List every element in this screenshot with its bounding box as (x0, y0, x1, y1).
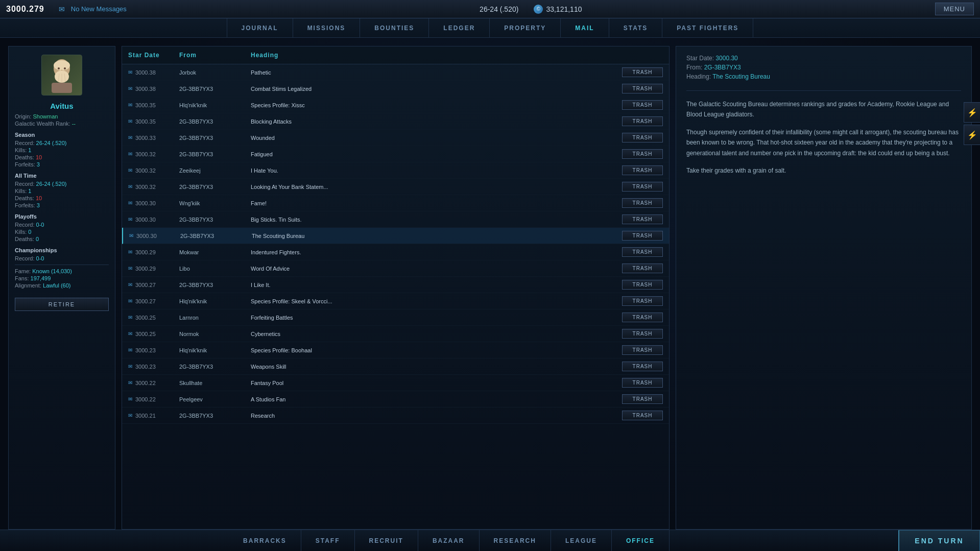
mail-row-date: ✉ 3000.23 (128, 364, 179, 370)
trash-button[interactable]: TRASH (622, 362, 663, 371)
mail-envelope-icon: ✉ (128, 331, 132, 337)
mail-date-value: 3000.32 (135, 167, 156, 174)
top-bar-left: 3000.279 ✉ No New Messages (6, 5, 127, 14)
bottom-nav-recruit[interactable]: RECRUIT (355, 530, 418, 552)
mail-row[interactable]: ✉ 3000.22 Peelgeev A Studios Fan TRASH (122, 391, 669, 408)
nav-stats[interactable]: STATS (609, 18, 663, 38)
nav-property[interactable]: PROPERTY (490, 18, 561, 38)
mail-row-date: ✉ 3000.32 (128, 167, 179, 174)
trash-button[interactable]: TRASH (622, 394, 663, 404)
nav-past-fighters[interactable]: PAST FIGHTERS (662, 18, 753, 38)
mail-envelope-icon: ✉ (128, 413, 132, 418)
mail-row[interactable]: ✉ 3000.21 2G-3BB7YX3 Research TRASH (122, 408, 669, 424)
mail-date-value: 3000.30 (136, 233, 157, 239)
mail-row-date: ✉ 3000.27 (128, 282, 179, 288)
mail-row[interactable]: ✉ 3000.32 Zeeikeej I Hate You. TRASH (122, 162, 669, 179)
star-date-display: 3000.279 (6, 5, 44, 14)
mail-row[interactable]: ✉ 3000.25 Larnron Forfeiting Battles TRA… (122, 309, 669, 326)
trash-button[interactable]: TRASH (622, 329, 663, 339)
trash-button[interactable]: TRASH (622, 313, 663, 322)
bottom-nav-research[interactable]: RESEARCH (480, 530, 551, 552)
mail-row[interactable]: ✉ 3000.30 Wng'kiik Fame! TRASH (122, 195, 669, 211)
edge-btn-2[interactable]: ⚡ (964, 125, 980, 145)
mail-date-value: 3000.23 (135, 364, 156, 370)
col-actions (622, 52, 663, 59)
mail-body: The Galactic Scouting Bureau determines … (686, 99, 961, 176)
mail-row[interactable]: ✉ 3000.27 2G-3BB7YX3 I Like It. TRASH (122, 277, 669, 293)
bottom-nav-bazaar[interactable]: BAZAAR (418, 530, 480, 552)
nav-bounties[interactable]: BOUNTIES (360, 18, 429, 38)
mail-row-from: 2G-3BB7YX3 (179, 413, 251, 419)
trash-button[interactable]: TRASH (622, 165, 663, 175)
trash-button[interactable]: TRASH (622, 345, 663, 355)
season-kills: Kills: 1 (15, 147, 109, 153)
trash-button[interactable]: TRASH (622, 67, 663, 77)
bottom-nav-office[interactable]: OFFICE (612, 530, 670, 552)
mail-row[interactable]: ✉ 3000.38 2G-3BB7YX3 Combat Stims Legali… (122, 81, 669, 97)
nav-ledger[interactable]: LEDGER (429, 18, 490, 38)
trash-button[interactable]: TRASH (622, 214, 663, 224)
retire-button[interactable]: RETIRE (15, 298, 109, 311)
mail-row[interactable]: ✉ 3000.29 Libo Word Of Advice TRASH (122, 260, 669, 277)
mail-row-from: Hlq'nik'knik (179, 347, 251, 353)
trash-button[interactable]: TRASH (622, 247, 663, 257)
mail-row[interactable]: ✉ 3000.30 2G-3BB7YX3 Big Sticks. Tin Sui… (122, 211, 669, 228)
menu-button[interactable]: MENU (935, 3, 974, 15)
mail-row[interactable]: ✉ 3000.35 2G-3BB7YX3 Blocking Attacks TR… (122, 113, 669, 130)
mail-meta-from: From: 2G-3BB7YX3 (686, 64, 961, 71)
mail-date-value: 3000.38 (135, 69, 156, 76)
bottom-nav-league[interactable]: LEAGUE (551, 530, 612, 552)
mail-row-subject: Species Profile: Boohaal (251, 347, 622, 353)
mail-row[interactable]: ✉ 3000.35 Hlq'nik'knik Species Profile: … (122, 97, 669, 113)
mail-row[interactable]: ✉ 3000.38 Jorbok Pathetic TRASH (122, 64, 669, 81)
credits-icon: © (534, 5, 543, 14)
nav-missions[interactable]: MISSIONS (293, 18, 361, 38)
mail-row[interactable]: ✉ 3000.22 Skullhate Fantasy Pool TRASH (122, 375, 669, 391)
trash-button[interactable]: TRASH (622, 84, 663, 93)
alignment-stat: Alignment: Lawful (60) (15, 282, 109, 289)
fame-stat: Fame: Known (14,030) (15, 268, 109, 274)
trash-button[interactable]: TRASH (622, 296, 663, 306)
nav-journal[interactable]: JOURNAL (227, 18, 293, 38)
mail-envelope-icon: ✉ (128, 315, 132, 320)
mail-row[interactable]: ✉ 3000.27 Hlq'nik'knik Species Profile: … (122, 293, 669, 309)
mail-row[interactable]: ✉ 3000.33 2G-3BB7YX3 Wounded TRASH (122, 130, 669, 146)
end-turn-button[interactable]: END TURN (898, 530, 980, 552)
trash-button[interactable]: TRASH (622, 378, 663, 388)
mail-meta-date: Star Date: 3000.30 (686, 55, 961, 62)
mail-row[interactable]: ✉ 3000.32 2G-3BB7YX3 Looking At Your Ban… (122, 179, 669, 195)
mail-row[interactable]: ✉ 3000.30 2G-3BB7YX3 The Scouting Bureau… (122, 228, 669, 244)
trash-button[interactable]: TRASH (622, 182, 663, 191)
trash-button[interactable]: TRASH (622, 411, 663, 420)
mail-row-from: 2G-3BB7YX3 (179, 364, 251, 370)
trash-button[interactable]: TRASH (622, 149, 663, 159)
mail-envelope-icon: ✉ (128, 266, 132, 271)
mail-row-subject: I Hate You. (251, 167, 622, 174)
trash-button[interactable]: TRASH (622, 133, 663, 142)
bottom-nav: BARRACKS STAFF RECRUIT BAZAAR RESEARCH L… (0, 530, 898, 552)
mail-date-value: 3000.35 (135, 102, 156, 108)
nav-mail[interactable]: MAIL (561, 18, 609, 38)
mail-row-date: ✉ 3000.30 (129, 233, 180, 239)
trash-button[interactable]: TRASH (622, 231, 663, 241)
left-panel: Avitus Origin: Showman Galactic Wealth R… (8, 46, 115, 530)
mail-row-date: ✉ 3000.29 (128, 249, 179, 255)
mail-list-panel: Star Date From Heading ✉ 3000.38 Jorbok … (122, 46, 670, 530)
trash-button[interactable]: TRASH (622, 280, 663, 290)
mail-envelope-icon: ✉ (128, 364, 132, 369)
bottom-nav-barracks[interactable]: BARRACKS (229, 530, 301, 552)
mail-date-value: 3000.38 (135, 86, 156, 92)
trash-button[interactable]: TRASH (622, 116, 663, 126)
mail-row[interactable]: ✉ 3000.25 Normok Cybernetics TRASH (122, 326, 669, 342)
trash-button[interactable]: TRASH (622, 100, 663, 110)
trash-button[interactable]: TRASH (622, 198, 663, 208)
svg-point-2 (58, 67, 60, 69)
edge-btn-1[interactable]: ⚡ (964, 102, 980, 123)
trash-button[interactable]: TRASH (622, 263, 663, 273)
mail-row[interactable]: ✉ 3000.23 Hlq'nik'knik Species Profile: … (122, 342, 669, 358)
mail-row-from: 2G-3BB7YX3 (179, 135, 251, 141)
mail-row[interactable]: ✉ 3000.32 2G-3BB7YX3 Fatigued TRASH (122, 146, 669, 162)
mail-row[interactable]: ✉ 3000.23 2G-3BB7YX3 Weapons Skill TRASH (122, 358, 669, 375)
bottom-nav-staff[interactable]: STAFF (301, 530, 355, 552)
mail-row[interactable]: ✉ 3000.29 Mokwar Indentured Fighters. TR… (122, 244, 669, 260)
